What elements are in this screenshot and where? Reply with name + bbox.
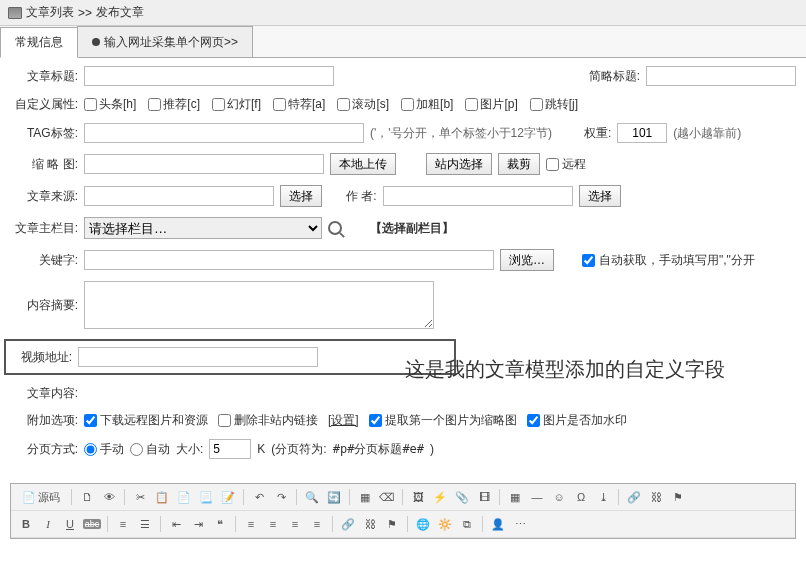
attr-j-check[interactable] — [530, 98, 543, 111]
auto-keyword-check[interactable] — [582, 254, 595, 267]
unlink2-icon[interactable]: ⛓ — [361, 515, 379, 533]
weight-input[interactable] — [617, 123, 667, 143]
short-title-input[interactable] — [646, 66, 796, 86]
attr-c-check[interactable] — [148, 98, 161, 111]
remote-check-label[interactable]: 远程 — [546, 156, 586, 173]
attr-f[interactable]: 幻灯[f] — [212, 96, 261, 113]
opt-watermark-check[interactable] — [527, 414, 540, 427]
more-icon[interactable]: ⋯ — [511, 515, 529, 533]
flash-icon[interactable]: ⚡ — [431, 488, 449, 506]
page-size-input[interactable] — [209, 439, 251, 459]
attr-h-check[interactable] — [84, 98, 97, 111]
author-input[interactable] — [383, 186, 573, 206]
opt-rmextlink-check[interactable] — [218, 414, 231, 427]
video-input[interactable] — [78, 347, 318, 367]
media-icon[interactable]: 🎞 — [475, 488, 493, 506]
ol-icon[interactable]: ≡ — [114, 515, 132, 533]
italic-icon[interactable]: I — [39, 515, 57, 533]
opt-watermark[interactable]: 图片是否加水印 — [527, 412, 627, 429]
hr-icon[interactable]: — — [528, 488, 546, 506]
align-left-icon[interactable]: ≡ — [242, 515, 260, 533]
attr-h[interactable]: 头条[h] — [84, 96, 136, 113]
anchor-icon[interactable]: ⚑ — [669, 488, 687, 506]
sub-catalog-link[interactable]: 【选择副栏目】 — [370, 220, 454, 237]
title-input[interactable] — [84, 66, 334, 86]
code-icon[interactable]: ⧉ — [458, 515, 476, 533]
image-icon[interactable]: 🖼 — [409, 488, 427, 506]
settings-link[interactable]: [设置] — [328, 412, 359, 429]
link-icon[interactable]: 🔗 — [625, 488, 643, 506]
align-center-icon[interactable]: ≡ — [264, 515, 282, 533]
anchor2-icon[interactable]: ⚑ — [383, 515, 401, 533]
paste-icon[interactable]: 📄 — [175, 488, 193, 506]
source-button[interactable]: 📄源码 — [17, 488, 65, 506]
select-all-icon[interactable]: ▦ — [356, 488, 374, 506]
opt-rmextlink[interactable]: 删除非站内链接 — [218, 412, 318, 429]
indent-icon[interactable]: ⇥ — [189, 515, 207, 533]
tab-collect[interactable]: 输入网址采集单个网页>> — [77, 26, 253, 57]
attachment-icon[interactable]: 📎 — [453, 488, 471, 506]
special-char-icon[interactable]: Ω — [572, 488, 590, 506]
source-input[interactable] — [84, 186, 274, 206]
attr-p[interactable]: 图片[p] — [465, 96, 517, 113]
catalog-select[interactable]: 请选择栏目… — [84, 217, 322, 239]
auto-keyword-label[interactable]: 自动获取，手动填写用","分开 — [582, 252, 755, 269]
link2-icon[interactable]: 🔗 — [339, 515, 357, 533]
strike-icon[interactable]: abc — [83, 515, 101, 533]
local-upload-button[interactable]: 本地上传 — [330, 153, 396, 175]
pagebreak-icon[interactable]: ⤓ — [594, 488, 612, 506]
underline-icon[interactable]: U — [61, 515, 79, 533]
attr-c[interactable]: 推荐[c] — [148, 96, 200, 113]
attr-j[interactable]: 跳转[j] — [530, 96, 578, 113]
tab-basic[interactable]: 常规信息 — [0, 27, 78, 58]
browse-button[interactable]: 浏览… — [500, 249, 554, 271]
bold-icon[interactable]: B — [17, 515, 35, 533]
attr-s[interactable]: 滚动[s] — [337, 96, 389, 113]
attr-p-check[interactable] — [465, 98, 478, 111]
emoji-icon[interactable]: ☺ — [550, 488, 568, 506]
paste-word-icon[interactable]: 📝 — [219, 488, 237, 506]
preview-icon[interactable]: 👁 — [100, 488, 118, 506]
opt-firstthumb[interactable]: 提取第一个图片为缩略图 — [369, 412, 517, 429]
ul-icon[interactable]: ☰ — [136, 515, 154, 533]
outdent-icon[interactable]: ⇤ — [167, 515, 185, 533]
paging-auto[interactable]: 自动 — [130, 441, 170, 458]
keyword-input[interactable] — [84, 250, 494, 270]
search-icon[interactable] — [328, 221, 342, 235]
print-icon[interactable]: 🔆 — [436, 515, 454, 533]
attr-b-check[interactable] — [401, 98, 414, 111]
breadcrumb-list-link[interactable]: 文章列表 — [26, 4, 74, 21]
author-select-button[interactable]: 选择 — [579, 185, 621, 207]
remove-format-icon[interactable]: ⌫ — [378, 488, 396, 506]
paging-manual-radio[interactable] — [84, 443, 97, 456]
attr-a-check[interactable] — [273, 98, 286, 111]
opt-dlremote-check[interactable] — [84, 414, 97, 427]
new-icon[interactable]: 🗋 — [78, 488, 96, 506]
crop-button[interactable]: 裁剪 — [498, 153, 540, 175]
attr-s-check[interactable] — [337, 98, 350, 111]
attr-b[interactable]: 加粗[b] — [401, 96, 453, 113]
map-icon[interactable]: 🌐 — [414, 515, 432, 533]
template-icon[interactable]: 👤 — [489, 515, 507, 533]
opt-dlremote[interactable]: 下载远程图片和资源 — [84, 412, 208, 429]
attr-f-check[interactable] — [212, 98, 225, 111]
replace-icon[interactable]: 🔄 — [325, 488, 343, 506]
thumb-input[interactable] — [84, 154, 324, 174]
quote-icon[interactable]: ❝ — [211, 515, 229, 533]
site-select-button[interactable]: 站内选择 — [426, 153, 492, 175]
unlink-icon[interactable]: ⛓ — [647, 488, 665, 506]
opt-firstthumb-check[interactable] — [369, 414, 382, 427]
align-justify-icon[interactable]: ≡ — [308, 515, 326, 533]
copy-icon[interactable]: 📋 — [153, 488, 171, 506]
align-right-icon[interactable]: ≡ — [286, 515, 304, 533]
cut-icon[interactable]: ✂ — [131, 488, 149, 506]
redo-icon[interactable]: ↷ — [272, 488, 290, 506]
paging-auto-radio[interactable] — [130, 443, 143, 456]
summary-textarea[interactable] — [84, 281, 434, 329]
undo-icon[interactable]: ↶ — [250, 488, 268, 506]
paste-text-icon[interactable]: 📃 — [197, 488, 215, 506]
find-icon[interactable]: 🔍 — [303, 488, 321, 506]
paging-manual[interactable]: 手动 — [84, 441, 124, 458]
table-icon[interactable]: ▦ — [506, 488, 524, 506]
remote-check[interactable] — [546, 158, 559, 171]
